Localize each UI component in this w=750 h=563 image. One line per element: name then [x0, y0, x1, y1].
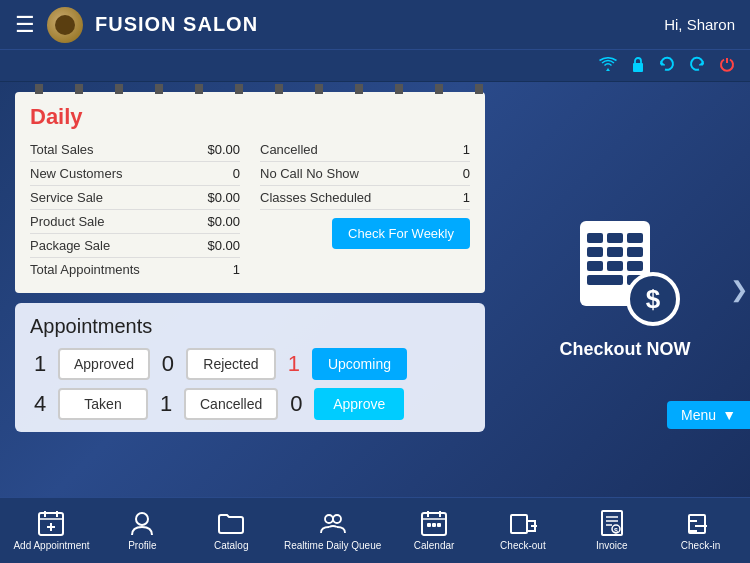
svg-rect-31: [511, 515, 527, 533]
header: ☰ FUSION SALON Hi, Sharon: [0, 0, 750, 50]
invoice-icon: $: [598, 509, 626, 537]
checkout-label[interactable]: Checkout NOW: [559, 339, 690, 360]
menu-label: Menu: [681, 407, 716, 423]
nav-profile-label: Profile: [128, 540, 156, 552]
appt-row-2: 4 Taken 1 Cancelled 0 Approve: [30, 388, 470, 420]
checkin-icon: [687, 509, 715, 537]
nav-checkout[interactable]: Check-out: [487, 509, 559, 552]
service-sale-value: $0.00: [207, 190, 240, 205]
classes-label: Classes Scheduled: [260, 190, 371, 205]
daily-title: Daily: [30, 104, 470, 130]
check-weekly-button[interactable]: Check For Weekly: [332, 218, 470, 249]
svg-rect-7: [627, 247, 643, 257]
service-sale-label: Service Sale: [30, 190, 103, 205]
nav-calendar-label: Calendar: [414, 540, 455, 552]
product-sale-label: Product Sale: [30, 214, 104, 229]
menu-icon[interactable]: ☰: [15, 12, 35, 38]
checkout-icon: $: [565, 219, 685, 329]
total-sales-row: Total Sales $0.00: [30, 138, 240, 162]
main-area: Daily Total Sales $0.00 New Customers 0 …: [0, 82, 750, 497]
svg-text:$: $: [614, 527, 618, 535]
svg-point-21: [136, 513, 148, 525]
person-icon: [128, 509, 156, 537]
appt-approve-count: 0: [286, 391, 306, 417]
new-customers-row: New Customers 0: [30, 162, 240, 186]
svg-rect-8: [587, 261, 603, 271]
total-sales-value: $0.00: [207, 142, 240, 157]
nav-add-appointment-label: Add Appointment: [13, 540, 89, 552]
menu-button[interactable]: Menu ▼: [667, 401, 750, 429]
cancelled-label: Cancelled: [260, 142, 318, 157]
nav-profile[interactable]: Profile: [106, 509, 178, 552]
svg-rect-28: [427, 523, 431, 527]
power-icon[interactable]: [719, 56, 735, 76]
package-sale-value: $0.00: [207, 238, 240, 253]
svg-rect-9: [607, 261, 623, 271]
svg-rect-2: [587, 233, 603, 243]
new-customers-label: New Customers: [30, 166, 122, 181]
folder-icon: [217, 509, 245, 537]
svg-rect-29: [432, 523, 436, 527]
service-sale-row: Service Sale $0.00: [30, 186, 240, 210]
calendar-add-icon: [37, 509, 65, 537]
checkout-nav-icon: [509, 509, 537, 537]
appointments-grid: 1 Approved 0 Rejected 1 Upcoming 4 Taken…: [30, 348, 470, 420]
total-appts-row: Total Appointments 1: [30, 258, 240, 281]
svg-rect-5: [587, 247, 603, 257]
svg-rect-4: [627, 233, 643, 243]
upcoming-button[interactable]: Upcoming: [312, 348, 407, 380]
nav-catalog-label: Catalog: [214, 540, 248, 552]
nav-catalog[interactable]: Catalog: [195, 509, 267, 552]
left-panel: Daily Total Sales $0.00 New Customers 0 …: [0, 82, 500, 497]
package-sale-label: Package Sale: [30, 238, 110, 253]
header-left: ☰ FUSION SALON: [15, 7, 258, 43]
appt-row-1: 1 Approved 0 Rejected 1 Upcoming: [30, 348, 470, 380]
nav-realtime-queue-label: Realtime Daily Queue: [284, 540, 381, 552]
svg-rect-6: [607, 247, 623, 257]
wifi-icon[interactable]: [599, 57, 617, 75]
no-call-row: No Call No Show 0: [260, 162, 470, 186]
nav-checkin[interactable]: Check-in: [665, 509, 737, 552]
right-panel: $ Checkout NOW ❯: [500, 82, 750, 497]
total-appts-label: Total Appointments: [30, 262, 140, 277]
app-logo: [47, 7, 83, 43]
approved-button[interactable]: Approved: [58, 348, 150, 380]
appt-taken-count: 4: [30, 391, 50, 417]
greeting: Hi, Sharon: [664, 16, 735, 33]
svg-rect-3: [607, 233, 623, 243]
refresh1-icon[interactable]: [659, 56, 675, 76]
nav-calendar[interactable]: Calendar: [398, 509, 470, 552]
appointments-title: Appointments: [30, 315, 470, 338]
calendar-icon: [420, 509, 448, 537]
taken-button[interactable]: Taken: [58, 388, 148, 420]
daily-notebook: Daily Total Sales $0.00 New Customers 0 …: [15, 92, 485, 293]
nav-add-appointment[interactable]: Add Appointment: [13, 509, 89, 552]
rejected-button[interactable]: Rejected: [186, 348, 276, 380]
appt-rejected-count: 0: [158, 351, 178, 377]
svg-rect-10: [627, 261, 643, 271]
daily-content: Total Sales $0.00 New Customers 0 Servic…: [30, 138, 470, 281]
icon-toolbar: [0, 50, 750, 82]
app-title: FUSION SALON: [95, 13, 258, 36]
product-sale-value: $0.00: [207, 214, 240, 229]
no-call-value: 0: [463, 166, 470, 181]
cancelled-row: Cancelled 1: [260, 138, 470, 162]
daily-left-col: Total Sales $0.00 New Customers 0 Servic…: [30, 138, 240, 281]
refresh2-icon[interactable]: [689, 56, 705, 76]
classes-value: 1: [463, 190, 470, 205]
svg-point-23: [333, 515, 341, 523]
appt-upcoming-count: 1: [284, 351, 304, 377]
cancelled-button[interactable]: Cancelled: [184, 388, 278, 420]
package-sale-row: Package Sale $0.00: [30, 234, 240, 258]
chevron-right-icon[interactable]: ❯: [730, 277, 748, 303]
nav-realtime-queue[interactable]: Realtime Daily Queue: [284, 509, 381, 552]
lock-icon[interactable]: [631, 56, 645, 76]
nav-invoice[interactable]: $ Invoice: [576, 509, 648, 552]
nav-checkout-label: Check-out: [500, 540, 546, 552]
nav-checkin-label: Check-in: [681, 540, 720, 552]
total-appts-value: 1: [233, 262, 240, 277]
svg-rect-11: [587, 275, 623, 285]
appointments-box: Appointments 1 Approved 0 Rejected 1 Upc…: [15, 303, 485, 432]
cancelled-value: 1: [463, 142, 470, 157]
approve-button[interactable]: Approve: [314, 388, 404, 420]
